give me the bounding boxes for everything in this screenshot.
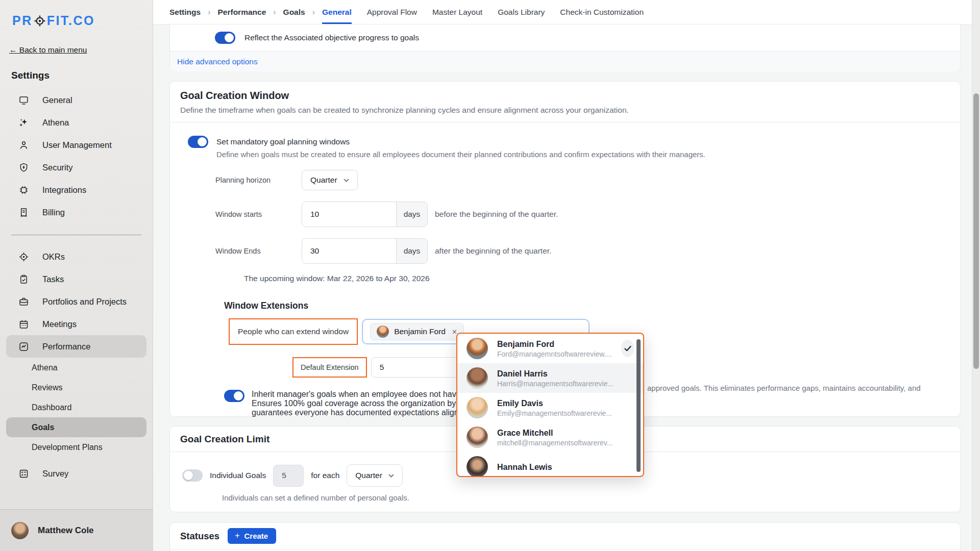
back-to-main-menu-link[interactable]: ← Back to main menu <box>9 45 87 55</box>
breadcrumb-performance[interactable]: Performance <box>217 0 266 24</box>
dropdown-item-benjamin-ford[interactable]: Benjamin Ford Ford@managemntsoftwarerevi… <box>457 334 643 363</box>
people-label: People who can extend window <box>238 327 349 336</box>
window-starts-label: Window starts <box>215 210 302 218</box>
dropdown-item-hannah-lewis[interactable]: Hannah Lewis <box>457 452 643 477</box>
statuses-card: Statuses + Create <box>169 522 961 551</box>
inherit-goals-description-line2: guarantees everyone has documented expec… <box>252 408 458 417</box>
reflect-progress-toggle[interactable] <box>215 32 235 44</box>
avatar <box>467 456 488 477</box>
individual-goals-toggle[interactable] <box>182 469 203 482</box>
days-unit-label: days <box>396 202 427 227</box>
avatar <box>467 397 488 418</box>
create-status-button[interactable]: + Create <box>228 528 276 544</box>
sidebar-item-billing[interactable]: Billing <box>0 201 153 223</box>
window-ends-input-group: days <box>302 238 428 264</box>
hide-advanced-options-link[interactable]: Hide advanced options <box>177 57 258 66</box>
top-navigation: Settings › Performance › Goals › General… <box>153 0 980 24</box>
sidebar-subitem-dashboard[interactable]: Dashboard <box>0 397 153 417</box>
dropdown-item-emily-davis[interactable]: Emily Davis Emily@managementsoftwarerevi… <box>457 393 643 422</box>
sidebar-item-meetings[interactable]: Meetings <box>0 313 153 335</box>
window-starts-input[interactable] <box>302 202 396 227</box>
sidebar-item-security[interactable]: Security <box>0 156 153 179</box>
brand-logo-text-post: FIT.CO <box>47 13 95 28</box>
target-icon <box>18 252 29 262</box>
tab-master-layout[interactable]: Master Layout <box>432 0 482 24</box>
window-ends-input[interactable] <box>302 239 396 263</box>
sidebar-item-label: Tasks <box>42 274 64 284</box>
sidebar-item-label: Portfolios and Projects <box>42 297 127 307</box>
tab-checkin-customization[interactable]: Check-in Customization <box>560 0 644 24</box>
inherit-goals-description-line1: Ensures 100% goal coverage across the or… <box>252 399 458 408</box>
dropdown-item-daniel-harris[interactable]: Daniel Harris Harris@managementsoftwarer… <box>457 363 643 393</box>
user-name: Matthew Cole <box>38 525 94 536</box>
person-email: mitchell@managementsoftwarerev... <box>497 438 612 447</box>
sidebar-item-general[interactable]: General <box>0 89 153 111</box>
inherit-goals-toggle[interactable] <box>224 390 244 402</box>
calendar-icon <box>18 319 29 330</box>
sidebar-title: Settings <box>11 70 153 81</box>
sidebar-subitem-reviews[interactable]: Reviews <box>0 378 153 397</box>
user-profile[interactable]: Matthew Cole <box>0 509 153 551</box>
sidebar-subitem-label: Reviews <box>32 383 62 392</box>
individual-goals-count-input[interactable] <box>273 465 304 487</box>
tab-general[interactable]: General <box>322 0 352 24</box>
sidebar-subitem-development-plans[interactable]: Development Plans <box>0 437 153 457</box>
sidebar-item-performance[interactable]: Performance <box>6 335 146 358</box>
dropdown-scrollbar-thumb[interactable] <box>636 339 641 472</box>
sidebar-item-label: Integrations <box>42 185 86 195</box>
sidebar-item-athena[interactable]: Athena <box>0 111 153 134</box>
sidebar-item-okrs[interactable]: OKRs <box>0 245 153 268</box>
brand-logo: PR FIT.CO <box>0 0 153 28</box>
sidebar-subitem-athena[interactable]: Athena <box>0 358 153 378</box>
mandatory-windows-description: Define when goals must be created to ens… <box>216 149 705 160</box>
sidebar-divider <box>11 235 141 235</box>
person-name: Emily Davis <box>497 398 612 409</box>
planning-horizon-select[interactable]: Quarter <box>302 170 358 190</box>
person-name: Benjamin Ford <box>497 339 612 349</box>
limit-period-select[interactable]: Quarter <box>347 464 403 487</box>
tab-approval-flow[interactable]: Approval Flow <box>367 0 417 24</box>
window-ends-suffix-text: after the beginning of the quarter. <box>435 246 551 256</box>
clipboard-check-icon <box>18 274 29 285</box>
dropdown-item-grace-mitchell[interactable]: Grace Mitchell mitchell@managementsoftwa… <box>457 422 643 452</box>
advanced-options-card: Reflect the Associated objective progres… <box>169 24 961 71</box>
mandatory-windows-toggle[interactable] <box>188 136 208 148</box>
brand-logo-text-pre: PR <box>12 13 33 28</box>
breadcrumb-settings[interactable]: Settings <box>169 0 201 24</box>
shield-icon <box>18 162 29 173</box>
person-email: Emily@managementsoftwarerevie... <box>497 409 612 418</box>
window-extensions-title: Window Extensions <box>224 300 960 311</box>
chip-remove-icon[interactable]: ✕ <box>451 328 457 336</box>
sidebar-subitem-label: Athena <box>32 363 58 372</box>
sidebar-subitem-goals[interactable]: Goals <box>6 417 146 437</box>
planning-horizon-value: Quarter <box>310 176 337 185</box>
sidebar-item-label: User Management <box>42 140 112 150</box>
sidebar-item-label: Meetings <box>42 319 77 329</box>
sidebar-item-survey[interactable]: Survey <box>0 462 153 485</box>
window-starts-row: Window starts days before the beginning … <box>215 202 960 227</box>
selected-person-chip[interactable]: Benjamin Ford ✕ <box>370 323 464 340</box>
sidebar-item-tasks[interactable]: Tasks <box>0 268 153 290</box>
sidebar-item-label: General <box>42 95 72 105</box>
avatar <box>467 338 488 359</box>
page-scrollbar-thumb[interactable] <box>973 93 979 369</box>
window-starts-suffix-text: before the beginning of the quarter. <box>435 210 558 219</box>
breadcrumb-goals[interactable]: Goals <box>283 0 305 24</box>
card-title: Statuses <box>180 531 219 542</box>
tab-goals-library[interactable]: Goals Library <box>498 0 545 24</box>
inherit-goals-description-right-fragment: approved goals. This eliminates performa… <box>647 384 921 392</box>
window-starts-input-group: days <box>302 202 428 227</box>
window-ends-label: Window Ends <box>215 247 302 255</box>
people-dropdown: Benjamin Ford Ford@managemntsoftwarerevi… <box>456 333 644 477</box>
receipt-icon <box>18 207 29 218</box>
planning-horizon-label: Planning horizon <box>215 176 302 184</box>
sidebar-item-integrations[interactable]: Integrations <box>0 179 153 201</box>
upcoming-window-text: The upcoming window: Mar 22, 2026 to Apr… <box>244 274 960 283</box>
advanced-card-footer: Hide advanced options <box>170 52 960 71</box>
people-label-annotation: People who can extend window <box>229 318 358 345</box>
chevron-right-icon: › <box>312 0 315 24</box>
sidebar-item-portfolios[interactable]: Portfolios and Projects <box>0 290 153 313</box>
chip-name: Benjamin Ford <box>394 327 446 336</box>
sidebar-item-user-management[interactable]: User Management <box>0 134 153 156</box>
reflect-progress-label: Reflect the Associated objective progres… <box>244 33 419 42</box>
